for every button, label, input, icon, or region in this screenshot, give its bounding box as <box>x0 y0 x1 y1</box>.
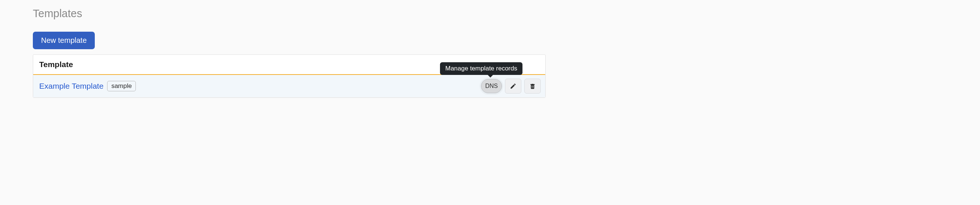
table-row: Example Template sample Manage template … <box>33 75 545 97</box>
page-title: Templates <box>33 8 546 20</box>
templates-table: Template Example Template sample Manage … <box>33 54 546 98</box>
edit-template-button[interactable] <box>505 79 521 93</box>
row-left: Example Template sample <box>39 81 136 91</box>
templates-page: Templates New template Template Example … <box>0 0 578 105</box>
template-name-link[interactable]: Example Template <box>39 82 103 91</box>
pencil-icon <box>510 83 517 90</box>
row-actions: Manage template records DNS <box>481 79 541 93</box>
trash-icon <box>529 83 536 90</box>
new-template-button[interactable]: New template <box>33 32 95 49</box>
table-header-label: Template <box>39 60 73 69</box>
dns-label: DNS <box>485 83 498 90</box>
manage-records-button[interactable]: Manage template records DNS <box>481 79 502 93</box>
delete-template-button[interactable] <box>524 79 541 93</box>
tooltip: Manage template records <box>440 62 522 75</box>
template-tag: sample <box>107 81 136 91</box>
